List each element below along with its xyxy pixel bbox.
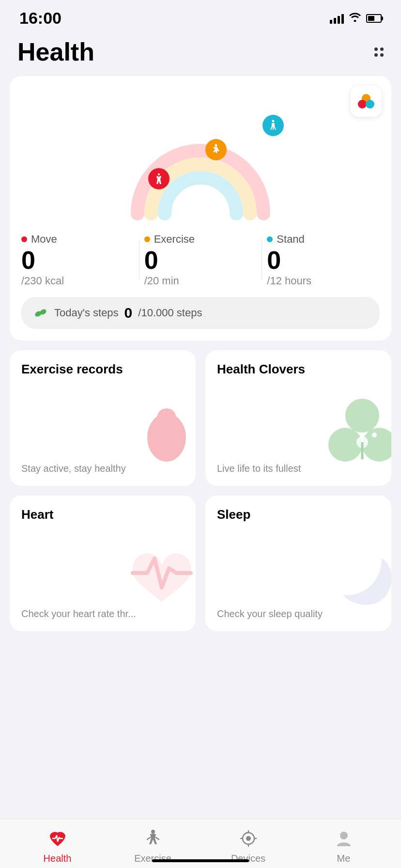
svg-point-9 bbox=[345, 399, 379, 433]
status-icons bbox=[330, 12, 382, 25]
svg-point-8 bbox=[147, 413, 186, 462]
exercise-records-title: Exercise records bbox=[21, 362, 184, 377]
health-clovers-title: Health Clovers bbox=[217, 362, 380, 377]
steps-value: 0 bbox=[124, 305, 133, 321]
stand-goal: /12 hours bbox=[267, 275, 380, 287]
sleep-desc: Check your sleep quality bbox=[217, 608, 380, 620]
heart-title: Heart bbox=[21, 507, 184, 522]
heart-illustration bbox=[123, 549, 196, 607]
stand-label: Stand bbox=[277, 233, 305, 246]
svg-point-15 bbox=[151, 830, 155, 834]
svg-point-4 bbox=[272, 120, 275, 123]
divider-1 bbox=[139, 241, 139, 279]
wifi-icon bbox=[349, 12, 361, 25]
svg-point-22 bbox=[340, 832, 348, 839]
more-button[interactable] bbox=[374, 47, 384, 57]
stats-row: Move 0 /230 kcal Exercise 0 /20 min Stan… bbox=[21, 233, 380, 287]
stand-value: 0 bbox=[267, 248, 380, 273]
nav-health[interactable]: Health bbox=[29, 827, 87, 864]
steps-goal: /10.000 steps bbox=[138, 307, 202, 319]
steps-icon bbox=[33, 305, 48, 321]
exercise-illustration bbox=[133, 394, 196, 462]
move-dot bbox=[21, 236, 27, 242]
exercise-records-card[interactable]: Exercise records Stay active, stay healt… bbox=[10, 350, 196, 486]
header: Health bbox=[0, 32, 401, 76]
signal-icon bbox=[330, 13, 344, 24]
exercise-stat: Exercise 0 /20 min bbox=[144, 233, 257, 287]
clovers-illustration bbox=[324, 399, 391, 466]
me-nav-label: Me bbox=[337, 853, 351, 864]
exercise-records-desc: Stay active, stay healthy bbox=[21, 463, 184, 474]
cards-grid: Exercise records Stay active, stay healt… bbox=[10, 350, 391, 631]
move-stat: Move 0 /230 kcal bbox=[21, 233, 134, 287]
battery-icon bbox=[366, 14, 382, 23]
activity-rings bbox=[21, 88, 380, 223]
status-bar: 16:00 bbox=[0, 0, 401, 32]
home-indicator bbox=[152, 859, 249, 862]
move-label: Move bbox=[31, 233, 57, 246]
exercise-nav-icon bbox=[141, 827, 165, 850]
svg-point-3 bbox=[215, 144, 217, 147]
move-value: 0 bbox=[21, 248, 134, 273]
devices-nav-icon bbox=[237, 827, 260, 850]
health-nav-label: Health bbox=[44, 853, 72, 864]
stand-stat: Stand 0 /12 hours bbox=[267, 233, 380, 287]
sleep-card[interactable]: Sleep Check your sleep quality bbox=[205, 496, 391, 631]
sleep-illustration bbox=[333, 549, 391, 612]
exercise-dot bbox=[144, 236, 150, 242]
divider-2 bbox=[262, 241, 262, 279]
scroll-area: Move 0 /230 kcal Exercise 0 /20 min Stan… bbox=[0, 76, 401, 709]
steps-label: Today's steps bbox=[54, 307, 119, 319]
health-clovers-desc: Live life to its fullest bbox=[217, 463, 380, 474]
heart-desc: Check your heart rate thr... bbox=[21, 608, 184, 620]
status-time: 16:00 bbox=[19, 9, 62, 28]
sleep-title: Sleep bbox=[217, 507, 380, 522]
health-clovers-card[interactable]: Health Clovers Live life to its fullest bbox=[205, 350, 391, 486]
exercise-goal: /20 min bbox=[144, 275, 257, 287]
heart-card[interactable]: Heart Check your heart rate thr... bbox=[10, 496, 196, 631]
page-title: Health bbox=[17, 37, 94, 66]
svg-point-17 bbox=[246, 836, 251, 841]
exercise-value: 0 bbox=[144, 248, 257, 273]
me-nav-icon bbox=[332, 827, 355, 850]
svg-point-14 bbox=[372, 433, 377, 437]
exercise-label: Exercise bbox=[154, 233, 195, 246]
stand-dot bbox=[267, 236, 273, 242]
health-nav-icon bbox=[46, 827, 69, 850]
nav-me[interactable]: Me bbox=[315, 827, 373, 864]
move-goal: /230 kcal bbox=[21, 275, 134, 287]
steps-bar[interactable]: Today's steps 0 /10.000 steps bbox=[21, 297, 380, 329]
activity-card[interactable]: Move 0 /230 kcal Exercise 0 /20 min Stan… bbox=[10, 76, 391, 341]
